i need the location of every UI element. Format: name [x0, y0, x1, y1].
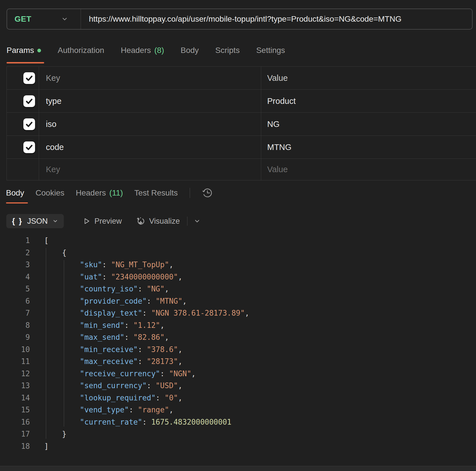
- code-line-content: "receive_currency": "NGN",: [30, 369, 196, 378]
- play-icon: [83, 217, 91, 225]
- line-number: 13: [0, 381, 30, 390]
- value-placeholder[interactable]: Value: [267, 165, 288, 174]
- tabs-divider: [190, 188, 190, 198]
- tab-label: Scripts: [215, 46, 240, 55]
- param-key-cell[interactable]: type: [39, 90, 261, 112]
- code-line: 6 "provider_code": "MTNG",: [0, 295, 476, 307]
- code-line: 14 "lookup_required": "0",: [0, 392, 476, 404]
- code-line: 7 "display_text": "NGN 378.61-28173.89",: [0, 307, 476, 319]
- line-number: 6: [0, 297, 30, 305]
- param-value-cell[interactable]: MTNG: [261, 136, 476, 159]
- code-line: 8 "min_send": "1.12",: [0, 319, 476, 332]
- request-url-bar: GET https://www.hilltoppay.co/api/user/m…: [7, 9, 473, 30]
- code-line: 9 "max_send": "82.86",: [0, 331, 476, 344]
- tab-label: Params: [7, 46, 34, 55]
- request-tab-scripts[interactable]: Scripts: [215, 46, 240, 55]
- code-line: 2 {: [0, 247, 476, 259]
- tab-label: Cookies: [36, 188, 64, 198]
- param-checkbox[interactable]: [23, 95, 35, 107]
- chevron-down-icon[interactable]: [194, 218, 201, 225]
- code-line-content: "min_send": "1.12",: [30, 321, 165, 330]
- line-number: 15: [0, 406, 30, 414]
- param-key-cell[interactable]: iso: [39, 113, 261, 135]
- line-number: 7: [0, 309, 30, 317]
- request-tab-body[interactable]: Body: [181, 46, 199, 55]
- code-line: 18]: [0, 440, 476, 453]
- code-line-content: "current_rate": 1675.4832000000001: [30, 418, 231, 426]
- preview-label: Preview: [95, 217, 122, 226]
- code-line: 11 "max_receive": "28173",: [0, 355, 476, 368]
- code-line: 1[: [0, 235, 476, 247]
- line-number: 4: [0, 273, 30, 281]
- code-line-content: "send_currency": "USD",: [30, 381, 182, 390]
- code-line: 13 "send_currency": "USD",: [0, 380, 476, 392]
- format-label: JSON: [27, 217, 48, 226]
- param-row-code: codeMTNG: [7, 136, 476, 159]
- response-toolbar: { } JSON Preview Visualize: [6, 214, 201, 228]
- code-line: 17 }: [0, 428, 476, 440]
- code-line: 12 "receive_currency": "NGN",: [0, 368, 476, 380]
- response-body-json: 1[2 {3 "sku": "NG_MT_TopUp",4 "uat": "23…: [0, 235, 476, 452]
- code-line-content: "vend_type": "range",: [30, 406, 173, 414]
- request-tabs: ParamsAuthorizationHeaders(8)BodyScripts…: [7, 43, 285, 57]
- tab-count-badge: (11): [109, 188, 123, 198]
- line-number: 14: [0, 394, 30, 402]
- response-tabs: BodyCookiesHeaders(11)Test Results: [6, 186, 213, 199]
- line-number: 3: [0, 260, 30, 269]
- response-tab-test-results[interactable]: Test Results: [134, 188, 178, 198]
- line-number: 9: [0, 333, 30, 342]
- url-input[interactable]: https://www.hilltoppay.co/api/user/mobil…: [81, 15, 401, 24]
- code-line-content: [: [30, 236, 49, 245]
- code-line: 10 "min_receive": "378.6",: [0, 344, 476, 356]
- history-clock-icon[interactable]: [201, 187, 213, 199]
- indent-guide: [64, 260, 64, 427]
- response-tab-headers[interactable]: Headers(11): [76, 188, 123, 198]
- code-line: 3 "sku": "NG_MT_TopUp",: [0, 259, 476, 271]
- request-tab-params[interactable]: Params: [7, 46, 41, 55]
- visualize-button[interactable]: Visualize: [136, 216, 180, 226]
- tab-label: Headers: [121, 46, 151, 55]
- tab-label: Authorization: [58, 46, 104, 55]
- code-line: 4 "uat": "2340000000000",: [0, 271, 476, 283]
- response-tab-cookies[interactable]: Cookies: [36, 188, 64, 198]
- tab-label: Body: [181, 46, 199, 55]
- request-tab-headers[interactable]: Headers(8): [121, 46, 164, 55]
- params-empty-row: Key Value: [7, 159, 476, 180]
- line-number: 11: [0, 357, 30, 366]
- preview-button[interactable]: Preview: [83, 217, 122, 226]
- format-dropdown[interactable]: { } JSON: [6, 214, 64, 228]
- code-line-content: "sku": "NG_MT_TopUp",: [30, 260, 173, 269]
- tab-label: Body: [6, 188, 24, 198]
- param-checkbox[interactable]: [23, 118, 35, 130]
- chevron-down-icon: [61, 16, 68, 22]
- code-line-content: "max_receive": "28173",: [30, 357, 182, 366]
- tab-label: Headers: [76, 188, 106, 198]
- select-all-checkbox[interactable]: [23, 72, 35, 84]
- value-column-header: Value: [267, 73, 288, 83]
- param-key-cell[interactable]: code: [39, 136, 261, 159]
- line-number: 16: [0, 418, 30, 426]
- code-line-content: ]: [30, 442, 49, 451]
- param-row-type: typeProduct: [7, 90, 476, 113]
- param-value-cell[interactable]: NG: [261, 113, 476, 135]
- request-tab-settings[interactable]: Settings: [256, 46, 285, 55]
- code-line-content: "country_iso": "NG",: [30, 285, 169, 293]
- code-line-content: "min_receive": "378.6",: [30, 345, 182, 354]
- response-tab-body[interactable]: Body: [6, 188, 24, 198]
- braces-icon: { }: [12, 217, 23, 226]
- line-number: 10: [0, 345, 30, 354]
- code-line-content: "lookup_required": "0",: [30, 394, 182, 402]
- key-placeholder[interactable]: Key: [46, 165, 60, 174]
- param-checkbox[interactable]: [23, 141, 35, 153]
- request-tab-authorization[interactable]: Authorization: [58, 46, 104, 55]
- indent-guide: [46, 248, 46, 439]
- line-number: 12: [0, 369, 30, 378]
- key-column-header: Key: [46, 73, 60, 83]
- code-line: 15 "vend_type": "range",: [0, 404, 476, 416]
- param-row-iso: isoNG: [7, 113, 476, 136]
- code-line-content: "display_text": "NGN 378.61-28173.89",: [30, 309, 249, 317]
- param-value-cell[interactable]: Product: [261, 90, 476, 112]
- method-selector[interactable]: GET: [7, 9, 81, 29]
- chevron-down-icon: [52, 218, 58, 224]
- active-tab-indicator: [7, 62, 44, 63]
